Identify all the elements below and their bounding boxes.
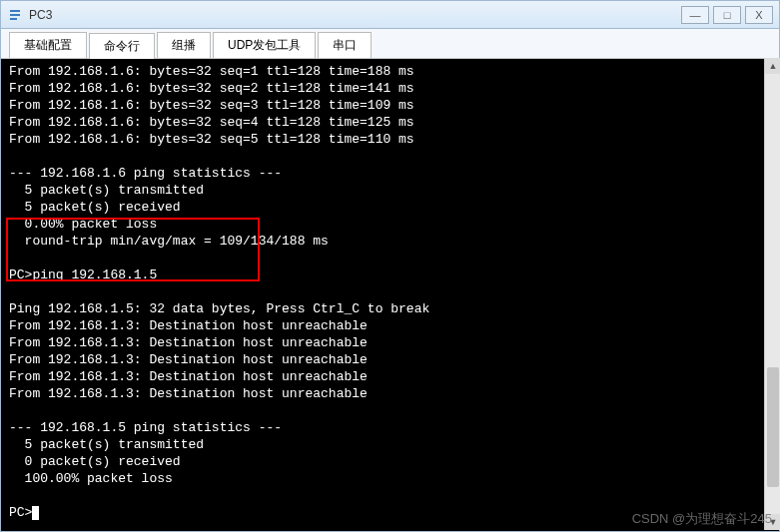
tab-basic-config[interactable]: 基础配置	[9, 32, 87, 58]
minimize-button[interactable]: —	[681, 6, 709, 24]
vertical-scrollbar[interactable]: ▲ ▼	[764, 58, 780, 530]
scroll-thumb[interactable]	[767, 367, 779, 487]
close-button[interactable]: X	[745, 6, 773, 24]
tab-udp-tool[interactable]: UDP发包工具	[213, 32, 316, 58]
tab-serial[interactable]: 串口	[318, 32, 372, 58]
terminal-output[interactable]: From 192.168.1.6: bytes=32 seq=1 ttl=128…	[1, 59, 779, 531]
tab-bar: 基础配置 命令行 组播 UDP发包工具 串口	[1, 29, 779, 59]
scroll-up-arrow[interactable]: ▲	[765, 58, 780, 74]
window-controls: — □ X	[681, 6, 773, 24]
titlebar: PC3 — □ X	[1, 1, 779, 29]
app-window: PC3 — □ X 基础配置 命令行 组播 UDP发包工具 串口 From 19…	[0, 0, 780, 532]
tab-command-line[interactable]: 命令行	[89, 33, 155, 59]
terminal-cursor	[32, 506, 39, 520]
window-title: PC3	[29, 8, 681, 22]
app-icon	[7, 7, 23, 23]
watermark-text: CSDN @为理想奋斗245	[632, 510, 772, 528]
tab-multicast[interactable]: 组播	[157, 32, 211, 58]
maximize-button[interactable]: □	[713, 6, 741, 24]
